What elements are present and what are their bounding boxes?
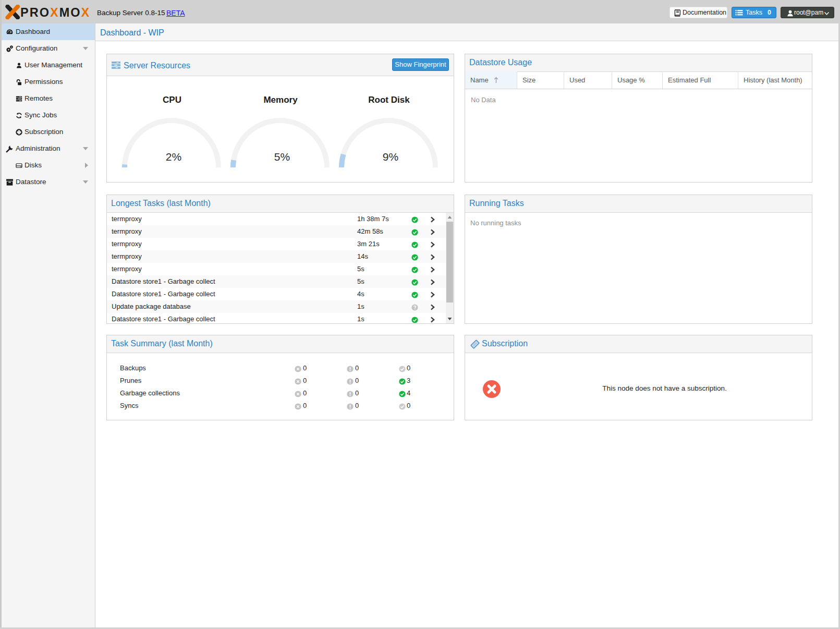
svg-text:PROXMOX: PROXMOX [20,6,90,19]
